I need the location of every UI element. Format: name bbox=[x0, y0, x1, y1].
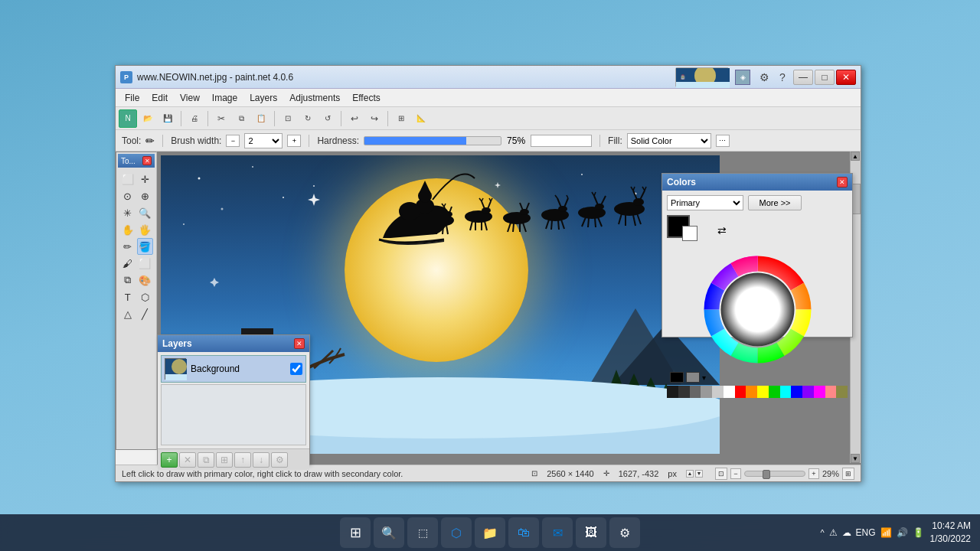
show-hidden-btn[interactable]: ^ bbox=[820, 528, 824, 537]
rotate-cw-btn[interactable]: ↻ bbox=[299, 109, 317, 128]
task-view-button[interactable]: ⬚ bbox=[407, 517, 438, 548]
swatch-black[interactable] bbox=[670, 372, 684, 383]
layer-down-btn[interactable]: ↓ bbox=[253, 452, 270, 468]
crop-btn[interactable]: ⊡ bbox=[279, 109, 297, 128]
tool-clone[interactable]: ⧉ bbox=[119, 272, 136, 289]
layer-add-btn[interactable]: + bbox=[161, 452, 178, 468]
unit-up-btn[interactable]: ▲ bbox=[686, 470, 694, 478]
grid-btn[interactable]: ⊞ bbox=[392, 109, 410, 128]
layers-panel-titlebar[interactable]: Layers ✕ bbox=[158, 335, 309, 352]
swatch-gray[interactable] bbox=[686, 372, 700, 383]
swap-colors-icon[interactable]: ⇄ bbox=[717, 224, 727, 236]
layer-up-btn[interactable]: ↑ bbox=[234, 452, 251, 468]
menu-edit[interactable]: Edit bbox=[145, 91, 174, 105]
secondary-color-swatch[interactable] bbox=[682, 226, 697, 241]
brush-width-select[interactable]: 24816 bbox=[244, 133, 283, 148]
magic-wand-toolbar[interactable]: ⚙ bbox=[756, 70, 772, 85]
layer-visibility-checkbox[interactable] bbox=[290, 363, 302, 375]
tool-brush[interactable]: 🖌 bbox=[119, 255, 136, 272]
zoom-100-btn[interactable]: ⊞ bbox=[842, 468, 854, 480]
colors-panel-close[interactable]: ✕ bbox=[837, 177, 848, 187]
brush-increase-btn[interactable]: + bbox=[287, 135, 301, 147]
layer-delete-btn[interactable]: ✕ bbox=[179, 452, 196, 468]
colors-panel-titlebar[interactable]: Colors ✕ bbox=[662, 174, 852, 191]
tool-magic-wand[interactable]: ✳ bbox=[119, 204, 136, 221]
open-btn[interactable]: 📂 bbox=[139, 109, 157, 128]
palette-white[interactable] bbox=[724, 386, 735, 398]
menu-adjustments[interactable]: Adjustments bbox=[283, 91, 346, 105]
tool-recolor[interactable]: 🎨 bbox=[137, 272, 154, 289]
palette-green[interactable] bbox=[769, 386, 780, 398]
palette-pink[interactable] bbox=[825, 386, 837, 398]
layer-duplicate-btn[interactable]: ⧉ bbox=[198, 452, 214, 468]
undo-btn[interactable]: ↩ bbox=[345, 109, 364, 128]
more-colors-btn[interactable]: More >> bbox=[748, 195, 802, 210]
toolbox-close-btn[interactable]: ✕ bbox=[142, 156, 152, 165]
cut-btn[interactable]: ✂ bbox=[212, 109, 230, 128]
tool-shapes[interactable]: ⬡ bbox=[137, 289, 154, 305]
maximize-button[interactable]: □ bbox=[815, 70, 835, 85]
tool-pan[interactable]: ✋ bbox=[119, 221, 136, 238]
tool-eraser[interactable]: ⬜ bbox=[137, 255, 154, 272]
print-btn[interactable]: 🖨 bbox=[185, 109, 204, 128]
store-button[interactable]: 🛍 bbox=[508, 517, 539, 548]
palette-magenta[interactable] bbox=[814, 386, 825, 398]
tool-pencil-2[interactable]: ✏ bbox=[119, 238, 136, 255]
tool-paint-bucket[interactable]: 🪣 bbox=[137, 238, 154, 255]
palette-lightgray[interactable] bbox=[712, 386, 724, 398]
tool-line[interactable]: ╱ bbox=[137, 305, 154, 322]
palette-purple[interactable] bbox=[802, 386, 814, 398]
close-button[interactable]: ✕ bbox=[836, 70, 856, 85]
palette-midgray[interactable] bbox=[701, 386, 712, 398]
tool-select-rect[interactable]: ⬜ bbox=[119, 171, 136, 187]
explorer-button[interactable]: 📁 bbox=[475, 517, 505, 548]
layer-properties-btn[interactable]: ⚙ bbox=[271, 452, 288, 468]
tool-select-move[interactable]: ⊕ bbox=[137, 187, 154, 204]
redo-btn[interactable]: ↪ bbox=[365, 109, 384, 128]
tool-hand[interactable]: 🖐 bbox=[137, 221, 154, 238]
tool-move[interactable]: ✛ bbox=[137, 171, 154, 187]
layer-merge-btn[interactable]: ⊞ bbox=[216, 452, 233, 468]
menu-image[interactable]: Image bbox=[206, 91, 243, 105]
tool-text[interactable]: T bbox=[119, 289, 136, 305]
palette-black[interactable] bbox=[667, 386, 678, 398]
start-button[interactable]: ⊞ bbox=[340, 517, 371, 548]
swatch-dropdown-btn[interactable]: ▾ bbox=[702, 373, 706, 382]
unit-down-btn[interactable]: ▼ bbox=[695, 470, 703, 478]
scroll-down-btn[interactable]: ▼ bbox=[851, 454, 860, 463]
canvas-thumbnail[interactable]: 🎅 bbox=[675, 67, 729, 87]
menu-layers[interactable]: Layers bbox=[243, 91, 283, 105]
paste-btn[interactable]: 📋 bbox=[252, 109, 270, 128]
color-mode-select[interactable]: Primary Secondary bbox=[667, 195, 743, 210]
edge-button[interactable]: ⬡ bbox=[441, 517, 472, 548]
rotate-ccw-btn[interactable]: ↺ bbox=[318, 109, 337, 128]
search-button[interactable]: 🔍 bbox=[374, 517, 404, 548]
help-toolbar[interactable]: ? bbox=[775, 70, 790, 85]
palette-yellow[interactable] bbox=[757, 386, 769, 398]
brush-decrease-btn[interactable]: − bbox=[226, 135, 240, 147]
settings-button[interactable]: ⚙ bbox=[609, 517, 640, 548]
layers-panel-close[interactable]: ✕ bbox=[294, 338, 305, 349]
volume-icon[interactable]: 🔊 bbox=[897, 527, 908, 538]
photos-button[interactable]: 🖼 bbox=[576, 517, 606, 548]
scroll-up-btn[interactable]: ▲ bbox=[851, 152, 860, 161]
layer-item-background[interactable]: Background bbox=[161, 355, 306, 383]
menu-view[interactable]: View bbox=[174, 91, 206, 105]
tool-lasso[interactable]: ⊙ bbox=[119, 187, 136, 204]
new-btn[interactable]: N bbox=[119, 109, 137, 128]
fit-window-btn[interactable]: ⊡ bbox=[715, 468, 727, 480]
zoom-slider[interactable] bbox=[744, 471, 805, 477]
lang-indicator[interactable]: ENG bbox=[856, 527, 876, 538]
minimize-button[interactable]: — bbox=[793, 70, 813, 85]
mail-button[interactable]: ✉ bbox=[542, 517, 573, 548]
palette-brown[interactable] bbox=[836, 386, 848, 398]
palette-gray[interactable] bbox=[690, 386, 701, 398]
color-wheel-wrapper[interactable] bbox=[698, 250, 817, 369]
zoom-in-btn[interactable]: + bbox=[808, 468, 819, 479]
menu-effects[interactable]: Effects bbox=[346, 91, 386, 105]
hardness-track[interactable] bbox=[364, 136, 501, 145]
active-tool-icon[interactable]: ✏ bbox=[145, 135, 155, 147]
clock[interactable]: 10:42 AM 1/30/2022 bbox=[930, 520, 971, 546]
ruler-btn[interactable]: 📐 bbox=[412, 109, 430, 128]
save-btn[interactable]: 💾 bbox=[158, 109, 177, 128]
